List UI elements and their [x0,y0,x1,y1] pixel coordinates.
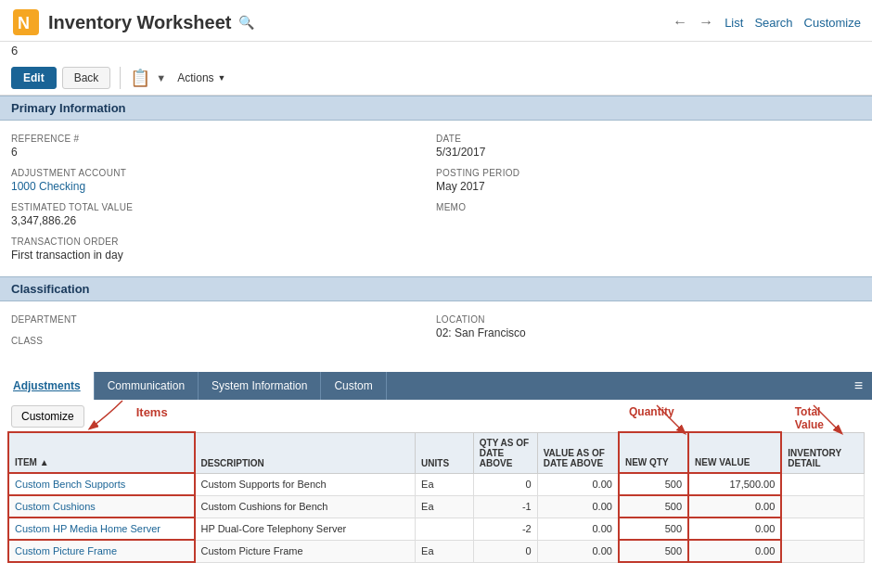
estimated-total-label: ESTIMATED TOTAL VALUE [11,202,436,212]
item-link[interactable]: Custom Picture Frame [15,545,117,556]
cell-new-qty: 500 [619,540,688,562]
cell-new-value: 0.00 [688,518,781,540]
items-table: ITEM ▲ DESCRIPTION UNITS QTY AS OF DATE … [7,431,865,563]
posting-period-value: May 2017 [436,180,485,193]
form-fields-right: DATE 5/31/2017 POSTING PERIOD May 2017 M… [436,130,861,267]
date-label: DATE [436,134,861,144]
cell-inventory-detail [781,495,864,518]
item-link[interactable]: Custom HP Media Home Server [15,523,160,534]
estimated-total-field: ESTIMATED TOTAL VALUE 3,347,886.26 [11,198,436,233]
cell-description: Custom Cushions for Bench [195,495,416,518]
cell-new-value: 0.00 [688,495,781,518]
adjustment-account-value[interactable]: 1000 Checking [11,180,85,193]
department-label: DEPARTMENT [11,314,436,325]
cell-new-value: 0.00 [688,540,781,562]
actions-label: Actions [177,71,213,84]
adjustment-account-label: ADJUSTMENT ACCOUNT [11,168,436,178]
save-copy-icon[interactable]: 📋 [130,68,150,88]
actions-chevron-icon: ▼ [218,73,226,83]
cell-units: Ea [416,473,474,495]
page-header: N Inventory Worksheet 🔍 ← → List Search … [0,0,872,42]
customize-button[interactable]: Customize [11,405,84,428]
search-icon[interactable]: 🔍 [238,15,254,30]
cell-new-qty: 500 [619,518,688,540]
total-value-annotation: TotalValue [795,405,824,431]
header-left: N Inventory Worksheet 🔍 [11,7,254,37]
table-row: Custom Cushions Custom Cushions for Benc… [8,495,865,518]
cell-qty-as-of-date: 0 [473,473,537,495]
posting-period-label: POSTING PERIOD [436,168,861,178]
customize-link[interactable]: Customize [804,16,861,30]
adjustment-account-field: ADJUSTMENT ACCOUNT 1000 Checking [11,164,436,198]
classification-right: LOCATION 02: San Francisco [436,311,861,353]
th-units: UNITS [416,432,474,473]
cell-new-qty: 500 [619,495,688,518]
cell-units: Ea [416,540,474,562]
cell-units [416,518,474,540]
nav-back-arrow[interactable]: ← [673,14,687,31]
cell-qty-as-of-date: -1 [473,495,537,518]
toolbar-divider [120,67,121,89]
location-field: LOCATION 02: San Francisco [436,311,861,345]
reference-value: 6 [11,146,18,159]
cell-description: HP Dual-Core Telephony Server [195,518,416,540]
department-field: DEPARTMENT [11,311,436,332]
table-header-row: ITEM ▲ DESCRIPTION UNITS QTY AS OF DATE … [8,432,865,473]
list-link[interactable]: List [725,16,743,30]
posting-period-field: POSTING PERIOD May 2017 [436,164,861,198]
class-label: CLASS [11,336,436,346]
cell-item: Custom Picture Frame [8,540,195,562]
items-arrow-icon [81,396,136,433]
class-field: CLASS [11,332,436,353]
th-qty-as-of-date: QTY AS OF DATE ABOVE [473,432,537,473]
cell-item: Custom Cushions [8,495,195,518]
actions-button[interactable]: Actions ▼ [172,68,231,88]
transaction-order-value: First transaction in day [11,249,123,262]
cell-description: Custom Supports for Bench [195,473,416,495]
record-number: 6 [0,42,872,61]
cell-inventory-detail [781,518,864,540]
primary-info-section: REFERENCE # 6 ADJUSTMENT ACCOUNT 1000 Ch… [0,121,872,276]
date-field: DATE 5/31/2017 [436,130,861,164]
item-link[interactable]: Custom Cushions [15,501,96,512]
app-logo-icon: N [11,7,41,37]
table-row: Custom Bench Supports Custom Supports fo… [8,473,865,495]
cell-value-as-of-date: 0.00 [537,495,619,518]
table-container: ITEM ▲ DESCRIPTION UNITS QTY AS OF DATE … [0,431,872,572]
cell-new-qty: 500 [619,473,688,495]
tab-custom[interactable]: Custom [321,372,386,400]
tab-system-information[interactable]: System Information [199,372,321,400]
cell-inventory-detail [781,540,864,562]
classification-section: DEPARTMENT CLASS LOCATION 02: San Franci… [0,301,872,363]
search-link[interactable]: Search [754,16,792,30]
th-new-qty: NEW QTY [619,432,688,473]
tab-collapse-icon[interactable]: ≡ [845,377,872,394]
back-button[interactable]: Back [62,67,111,89]
th-description: DESCRIPTION [195,432,416,473]
cell-value-as-of-date: 0.00 [537,540,619,562]
th-new-value: NEW VALUE [688,432,781,473]
cell-value-as-of-date: 0.00 [537,518,619,540]
quantity-annotation: Quantity [629,405,674,418]
cell-item: Custom HP Media Home Server [8,518,195,540]
cell-inventory-detail [781,473,864,495]
edit-button[interactable]: Edit [11,67,57,89]
quantity-arrow-icon [648,401,703,438]
cell-units: Ea [416,495,474,518]
item-link[interactable]: Custom Bench Supports [15,479,125,490]
cell-item: Custom Bench Supports [8,473,195,495]
form-fields-left: REFERENCE # 6 ADJUSTMENT ACCOUNT 1000 Ch… [11,130,436,267]
th-inventory-detail: INVENTORY DETAIL [781,432,864,473]
table-row: Custom Picture Frame Custom Picture Fram… [8,540,865,562]
subtoolbar-area: Customize Items Quantity [0,400,872,431]
memo-field: MEMO [436,198,861,220]
cell-new-value: 17,500.00 [688,473,781,495]
nav-forward-arrow[interactable]: → [699,14,713,31]
items-label: Items [136,405,168,419]
location-value: 02: San Francisco [436,326,526,339]
reference-label: REFERENCE # [11,134,436,144]
th-value-as-of-date: VALUE AS OF DATE ABOVE [537,432,619,473]
page-title: Inventory Worksheet [48,12,231,33]
toolbar: Edit Back 📋 ▼ Actions ▼ [0,61,872,96]
date-value: 5/31/2017 [436,146,485,159]
